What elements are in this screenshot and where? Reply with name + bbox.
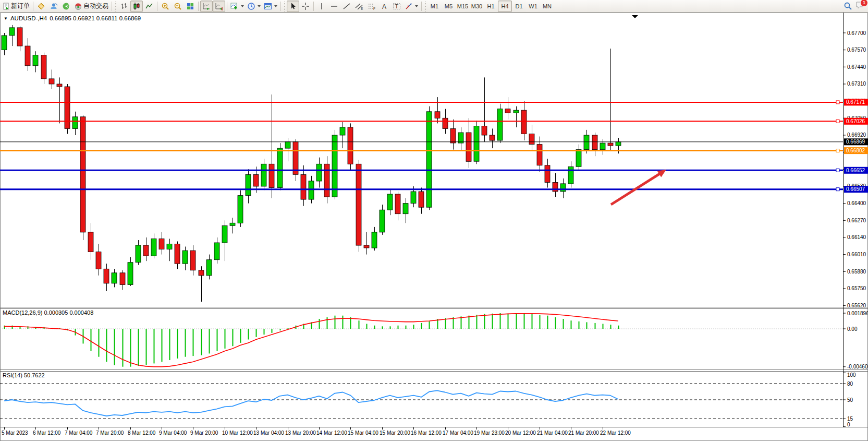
time-label: 17 Mar 04:00: [443, 430, 473, 436]
fibonacci-icon: F: [368, 2, 376, 10]
candle-bear: [537, 145, 542, 165]
zoom-in-button[interactable]: [159, 1, 172, 12]
text-button[interactable]: A: [378, 1, 390, 12]
timeframe-button-W1[interactable]: W1: [526, 1, 540, 12]
line-endpoint-handle[interactable]: [836, 149, 839, 152]
time-label: 15 Mar 04:00: [348, 430, 378, 436]
periods-button[interactable]: [246, 1, 262, 12]
candle-bear: [143, 245, 149, 256]
price-tick-label: 0.66920: [847, 132, 866, 138]
candle-bear: [159, 239, 164, 249]
chevron-down-icon: [274, 5, 277, 7]
candle-bull: [616, 142, 621, 146]
candle-bear: [466, 133, 471, 161]
candle-bear: [435, 112, 440, 118]
candle-bull: [458, 133, 463, 143]
svg-text:E: E: [361, 7, 363, 10]
line-endpoint-handle[interactable]: [836, 169, 839, 172]
line-endpoint-handle[interactable]: [836, 188, 839, 191]
timeframe-button-MN[interactable]: MN: [540, 1, 554, 12]
timeframe-button-M30[interactable]: M30: [470, 1, 484, 12]
zoom-out-icon: [174, 2, 182, 10]
candle-bull: [576, 150, 581, 167]
equidistant-channel-icon: E: [355, 2, 363, 10]
auto-scroll-button[interactable]: [200, 1, 213, 12]
collapse-triangle-icon[interactable]: ▼: [4, 16, 8, 21]
chart-shift-icon: [215, 2, 223, 10]
time-label: 7 Mar 04:00: [65, 430, 93, 436]
horizontal-line-button[interactable]: [328, 1, 340, 12]
toolbar-drag-handle[interactable]: [115, 1, 117, 11]
text-label-button[interactable]: T: [390, 1, 403, 12]
new-order-button[interactable]: 新订单: [1, 1, 31, 12]
bar-chart-button[interactable]: [118, 1, 130, 12]
price-tick-label: 0.65880: [847, 269, 866, 275]
chevron-down-icon: [415, 5, 418, 7]
candle-bear: [175, 244, 180, 264]
candle-bear: [490, 135, 495, 140]
candle-bull: [277, 148, 283, 187]
macd-tick-label: 0.001896: [847, 311, 868, 316]
candle-bull: [426, 112, 432, 207]
ohlc-values: 0.66895 0.66921 0.66811 0.66869: [50, 15, 141, 21]
price-label-box-text: 0.66652: [846, 168, 865, 173]
templates-button[interactable]: [262, 1, 279, 12]
timeframe-button-M5[interactable]: M5: [442, 1, 456, 12]
candle-bull: [584, 135, 589, 150]
arrows-shapes-icon: [405, 2, 413, 10]
vertical-line-icon: [317, 2, 326, 10]
rsi-tick-label: 15: [847, 416, 853, 422]
indicators-button[interactable]: [229, 1, 246, 12]
zoom-out-button[interactable]: [172, 1, 184, 12]
price-tick-label: 0.66010: [847, 252, 866, 257]
autotrade-label: 自动交易: [83, 2, 108, 10]
price-tick-label: 0.65750: [847, 285, 866, 291]
community-button[interactable]: [47, 1, 60, 12]
price-label-box-text: 0.67171: [846, 99, 865, 105]
market-icon: [37, 2, 45, 10]
search-icon[interactable]: [843, 2, 852, 10]
timeframe-button-D1[interactable]: D1: [512, 1, 526, 12]
time-label: 21 Mar 04:00: [537, 430, 568, 436]
line-endpoint-handle[interactable]: [836, 101, 839, 104]
timeframe-button-H4[interactable]: H4: [498, 1, 512, 12]
svg-text:A: A: [382, 3, 386, 10]
trendline-icon: [343, 2, 351, 10]
equidistant-channel-button[interactable]: E: [353, 1, 365, 12]
vertical-line-button[interactable]: [315, 1, 328, 12]
fibonacci-button[interactable]: F: [365, 1, 378, 12]
price-label-box-text: 0.66869: [846, 139, 865, 145]
autotrade-button[interactable]: 自动交易: [72, 1, 110, 12]
line-chart-button[interactable]: [143, 1, 155, 12]
candle-bear: [482, 126, 487, 135]
candle-bear: [553, 182, 558, 192]
notifications-button[interactable]: 1: [855, 1, 865, 11]
candle-bull: [151, 239, 156, 256]
market-button[interactable]: [35, 1, 47, 12]
candle-bear: [269, 164, 274, 187]
timeframe-button-M15[interactable]: M15: [456, 1, 470, 12]
toolbar-drag-handle[interactable]: [284, 1, 286, 11]
tile-windows-button[interactable]: [184, 1, 197, 12]
toolbar-drag-handle[interactable]: [424, 1, 426, 11]
cursor-button[interactable]: [287, 1, 299, 12]
chart-canvas[interactable]: 0.677000.675700.674400.673100.671800.670…: [0, 0, 868, 441]
tile-windows-icon: [186, 2, 194, 10]
crosshair-icon: [301, 2, 310, 10]
arrows-shapes-button[interactable]: [403, 1, 420, 12]
price-tick-label: 0.65620: [847, 303, 866, 308]
chart-shift-button[interactable]: [213, 1, 225, 12]
chart-background[interactable]: [0, 13, 868, 441]
timeframe-button-M1[interactable]: M1: [427, 1, 442, 12]
candle-bull: [380, 210, 385, 232]
timeframe-button-H1[interactable]: H1: [484, 1, 498, 12]
candlestick-chart-button[interactable]: [130, 1, 143, 12]
line-endpoint-handle[interactable]: [836, 120, 839, 123]
price-tick-label: 0.66400: [847, 200, 866, 206]
time-label: 13 Mar 20:00: [285, 430, 316, 436]
crosshair-button[interactable]: [299, 1, 312, 12]
signals-button[interactable]: [60, 1, 72, 12]
candle-bear: [545, 165, 550, 183]
candle-bear: [529, 134, 534, 145]
trendline-button[interactable]: [340, 1, 353, 12]
